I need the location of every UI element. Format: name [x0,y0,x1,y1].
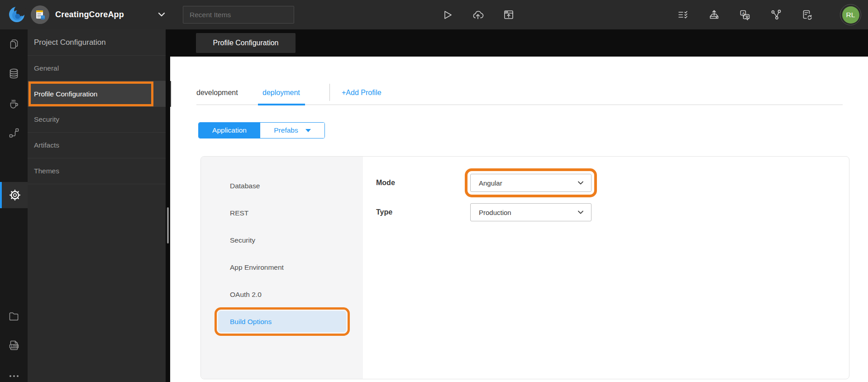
checklist-icon[interactable] [676,8,690,22]
app-window: CreatingCoreApp [0,0,868,382]
svg-text:LOG: LOG [11,344,17,348]
user-avatar-initials: RL [842,6,859,24]
chevron-down-icon [577,179,585,187]
menu-item-oauth[interactable]: OAuth 2.0 [201,286,363,304]
prefabs-toggle-button[interactable]: Prefabs [260,123,324,138]
sidebar-item-security[interactable]: Security [28,107,166,133]
top-bar: CreatingCoreApp [0,0,868,29]
translate-icon[interactable]: A [738,8,752,22]
recent-items-input[interactable] [183,6,294,24]
tab-deployment[interactable]: deployment [262,87,300,99]
prefabs-label: Prefabs [274,126,298,134]
mode-label: Mode [376,174,395,192]
export-drive-icon[interactable] [707,8,721,22]
mode-select[interactable]: Angular [470,174,591,192]
project-avatar[interactable] [31,5,49,24]
doc-sync-icon[interactable] [800,8,814,22]
project-name[interactable]: CreatingCoreApp [55,0,124,29]
menu-item-rest[interactable]: REST [201,204,363,222]
chevron-down-icon [577,208,585,216]
main-tab-bar: Profile Configuration [170,29,868,57]
java-icon[interactable] [0,91,28,115]
menu-item-build-options[interactable]: Build Options [218,311,346,332]
type-select[interactable]: Production [470,203,591,221]
scope-toggle: Application Prefabs [198,122,325,138]
settings-gear-icon[interactable] [0,182,28,208]
more-options-icon[interactable] [0,364,28,382]
sidebar-scrollbar-thumb[interactable] [167,207,169,244]
play-icon[interactable] [440,8,454,22]
type-select-value: Production [479,209,511,216]
config-menu: Database REST Security App Environment O… [201,157,363,379]
sidebar-item-themes[interactable]: Themes [28,158,166,184]
sidebar-item-general[interactable]: General [28,55,166,81]
menu-item-security[interactable]: Security [201,231,363,249]
pages-icon[interactable] [0,32,28,56]
tab-development[interactable]: development [196,87,238,99]
type-label: Type [376,203,392,221]
tab-divider [329,84,330,101]
cloud-upload-icon[interactable] [471,8,485,22]
sidebar-item-artifacts[interactable]: Artifacts [28,133,166,158]
version-control-icon[interactable] [769,8,783,22]
folder-icon[interactable] [0,304,28,328]
apis-icon[interactable] [0,121,28,144]
project-notes-icon [34,9,46,21]
project-config-sidebar: Project Configuration General Profile Co… [28,29,166,382]
sidebar-item-profile-configuration[interactable]: Profile Configuration [29,81,153,106]
application-toggle-button[interactable]: Application [199,123,260,138]
chevron-down-icon[interactable] [156,9,167,20]
menu-item-database[interactable]: Database [201,177,363,195]
tab-profile-configuration[interactable]: Profile Configuration [196,33,296,53]
menu-item-app-environment[interactable]: App Environment [201,258,363,277]
window-upload-icon[interactable] [502,8,515,22]
left-icon-rail: LOG [0,29,28,382]
mode-select-value: Angular [479,179,502,187]
caret-down-icon [305,129,311,132]
log-file-icon[interactable]: LOG [0,334,28,357]
deployment-config-card: Database REST Security App Environment O… [200,156,849,379]
wavemaker-logo-icon[interactable] [7,5,26,24]
sidebar-scrollbar [166,29,170,382]
main-content: development deployment +Add Profile Appl… [170,57,868,382]
database-icon[interactable] [0,62,28,85]
user-avatar[interactable]: RL [840,4,861,25]
sidebar-title: Project Configuration [34,29,106,55]
active-tab-underline [258,104,305,105]
add-profile-button[interactable]: +Add Profile [342,87,382,99]
